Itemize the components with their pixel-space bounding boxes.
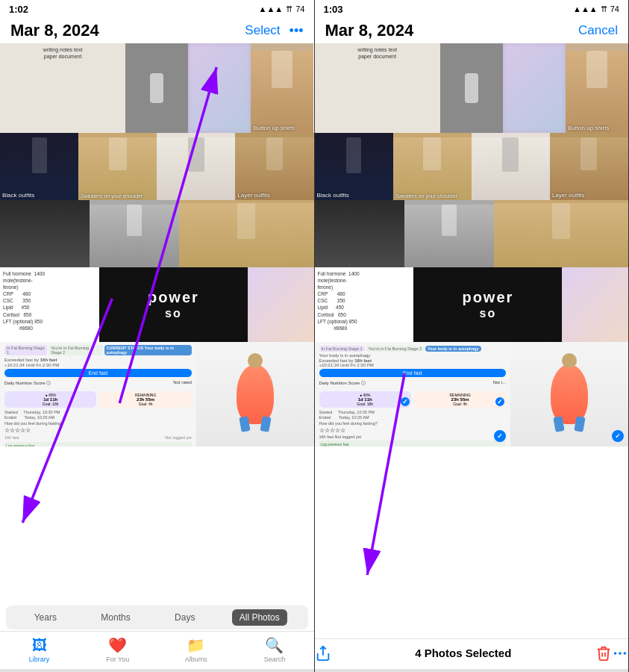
right-photo-sweater[interactable]: Sweaters on your shoulder	[393, 133, 472, 200]
right-status-bar: 1:03 ▲▲▲ ⇈ 74	[315, 0, 629, 16]
right-battery-icon: 74	[610, 4, 619, 13]
right-photo-outfit3[interactable]	[472, 133, 550, 200]
right-photo-blurred2[interactable]	[562, 267, 628, 342]
delete-button[interactable]	[595, 645, 612, 662]
right-panel: 1:03 ▲▲▲ ⇈ 74 Mar 8, 2024 Cancel writin	[315, 0, 630, 672]
right-time: 1:03	[324, 4, 343, 15]
home-indicator-left	[0, 669, 314, 672]
bottom-tabs: 🖼 Library ❤️ For You 📁 Albums 🔍 Search	[0, 631, 314, 669]
tab-albums[interactable]: 📁 Albums	[157, 636, 235, 663]
photo-health-illustration[interactable]	[196, 342, 314, 447]
years-btn[interactable]: Years	[27, 609, 64, 626]
photo-handwriting[interactable]: writing notes textpaper document	[0, 43, 125, 133]
photo-power-text[interactable]: power so	[99, 267, 248, 342]
right-wifi-icon: ⇈	[601, 4, 607, 14]
photo-sweater[interactable]: Sweaters on your shoulder	[78, 133, 157, 200]
days-btn[interactable]: Days	[167, 609, 202, 626]
grid-row-4: Full hormone 1400 mole(testone- ferone) …	[0, 267, 314, 342]
right-photo-power-text[interactable]: power so	[413, 267, 562, 342]
photo-tan1[interactable]	[179, 200, 313, 267]
view-selector: Years Months Days All Photos	[6, 606, 308, 629]
grid-row-2: Black outfits Sweaters on your shoulder	[0, 133, 314, 200]
right-header: Mar 8, 2024 Cancel	[315, 16, 629, 43]
months-btn[interactable]: Months	[93, 609, 137, 626]
photo-grid-scroll[interactable]: writing notes textpaper document	[0, 43, 314, 447]
albums-icon: 📁	[187, 636, 205, 654]
select-button[interactable]: Select	[245, 23, 280, 38]
selected-count-text: 4 Photos Selected	[415, 647, 511, 659]
library-label: Library	[29, 656, 50, 663]
right-photo-health-app[interactable]: In Fat Burning Stage 1 You're in Fat Bur…	[315, 342, 511, 447]
photo-person1[interactable]	[125, 43, 188, 133]
share-button[interactable]	[315, 645, 331, 662]
right-shirt-label: Button up shirts	[568, 125, 610, 131]
right-photo-grid: writing notes textpaper document	[315, 43, 629, 638]
right-status-icons: ▲▲▲ ⇈ 74	[573, 4, 619, 14]
photo-blurred1[interactable]	[188, 43, 251, 133]
right-grid-row-1: writing notes textpaper document	[315, 43, 629, 133]
left-photo-grid: writing notes textpaper document	[0, 43, 314, 604]
photo-layer-outfit[interactable]: Layer outfits	[235, 133, 313, 200]
right-signal-icon: ▲▲▲	[573, 4, 598, 13]
right-photo-tan1[interactable]	[494, 200, 628, 267]
right-photo-medical-text[interactable]: Full hormone 1400 mole(testone- ferone) …	[315, 267, 414, 342]
photo-outfit3[interactable]	[157, 133, 235, 200]
cancel-button[interactable]: Cancel	[578, 23, 618, 38]
right-photo-layer-outfit[interactable]: Layer outfits	[550, 133, 628, 200]
left-time: 1:02	[9, 4, 28, 15]
right-grid-row-2: Black outfits Sweaters on your shoulder	[315, 133, 629, 200]
svg-point-4	[619, 653, 621, 654]
photo-black-outfit[interactable]: Black outfits	[0, 133, 78, 200]
right-photo-person1[interactable]	[440, 43, 503, 133]
search-icon: 🔍	[265, 636, 284, 654]
photo-mid1[interactable]	[90, 200, 179, 267]
right-sweater-label: Sweaters on your shoulder	[395, 193, 457, 199]
right-photo-handwriting[interactable]: writing notes textpaper document	[315, 43, 440, 133]
left-header-actions: Select •••	[245, 23, 303, 39]
grid-row-1: writing notes textpaper document	[0, 43, 314, 133]
battery-icon: 74	[295, 4, 304, 13]
right-photo-dark1[interactable]	[315, 200, 404, 267]
home-indicator-right	[315, 669, 629, 672]
left-header-date: Mar 8, 2024	[10, 21, 99, 40]
right-grid-row-3	[315, 200, 629, 267]
right-photo-health-illustration[interactable]	[510, 342, 628, 447]
more-options-button[interactable]	[612, 645, 628, 662]
illustration-selected	[612, 430, 624, 442]
right-photo-mid1[interactable]	[404, 200, 494, 267]
all-photos-btn[interactable]: All Photos	[232, 609, 287, 626]
photo-blurred2[interactable]	[248, 267, 314, 342]
tab-search[interactable]: 🔍 Search	[235, 636, 313, 663]
more-button[interactable]: •••	[290, 23, 304, 39]
library-icon: 🖼	[32, 637, 47, 654]
albums-label: Albums	[185, 656, 207, 663]
photo-health-app[interactable]: In Fat Burning Stage 1 You're in Fat Bur…	[0, 342, 196, 447]
right-photo-grid-scroll[interactable]: writing notes textpaper document	[315, 43, 629, 447]
right-header-date: Mar 8, 2024	[325, 21, 414, 40]
grid-row-3	[0, 200, 314, 267]
for-you-icon: ❤️	[108, 636, 127, 654]
search-label: Search	[264, 656, 286, 663]
right-photo-shirt1[interactable]: Button up shirts	[566, 43, 628, 133]
photo-dark1[interactable]	[0, 200, 90, 267]
right-photo-black-outfit[interactable]: Black outfits	[315, 133, 393, 200]
right-grid-row-5: In Fat Burning Stage 1 You're in Fat Bur…	[315, 342, 629, 447]
photo-medical-text[interactable]: Full hormone 1400 mole(testone- ferone) …	[0, 267, 99, 342]
svg-point-6	[615, 653, 616, 654]
signal-icon: ▲▲▲	[259, 4, 284, 13]
for-you-label: For You	[106, 656, 129, 663]
sweater-label: Sweaters on your shoulder	[81, 193, 143, 199]
right-layer-label: Layer outfits	[552, 192, 585, 199]
right-header-actions: Cancel	[578, 23, 618, 38]
right-black-outfit-label: Black outfits	[317, 192, 349, 199]
selection-action-bar: 4 Photos Selected	[315, 638, 629, 669]
svg-point-5	[625, 653, 626, 654]
left-panel: 1:02 ▲▲▲ ⇈ 74 Mar 8, 2024 Select •••	[0, 0, 315, 672]
tab-for-you[interactable]: ❤️ For You	[78, 636, 157, 663]
right-photo-blurred1[interactable]	[503, 43, 566, 133]
right-grid-row-4: Full hormone 1400 mole(testone- ferone) …	[315, 267, 629, 342]
photo-shirt1[interactable]: Button up shirts	[251, 43, 313, 133]
layer-label: Layer outfits	[237, 192, 270, 199]
tab-library[interactable]: 🖼 Library	[0, 637, 78, 663]
left-status-bar: 1:02 ▲▲▲ ⇈ 74	[0, 0, 314, 16]
